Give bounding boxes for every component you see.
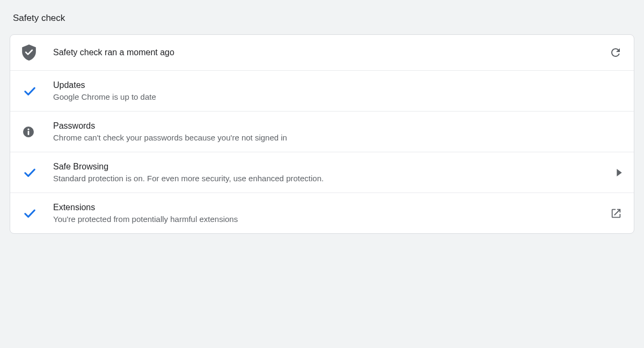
safe-browsing-title: Safe Browsing	[53, 162, 601, 172]
updates-row: Updates Google Chrome is up to date	[10, 71, 634, 112]
extensions-title: Extensions	[53, 203, 601, 212]
open-in-new-icon	[610, 208, 622, 219]
safety-check-card: Safety check ran a moment ago Updates Go…	[10, 34, 634, 234]
updates-title: Updates	[53, 80, 601, 90]
safety-check-header-row: Safety check ran a moment ago	[10, 35, 634, 71]
check-icon	[22, 206, 37, 221]
safe-browsing-subtitle: Standard protection is on. For even more…	[53, 174, 601, 183]
info-icon	[22, 125, 35, 138]
safe-browsing-row[interactable]: Safe Browsing Standard protection is on.…	[10, 152, 634, 193]
refresh-icon[interactable]	[609, 46, 622, 59]
svg-point-1	[27, 128, 29, 130]
check-icon	[22, 165, 37, 180]
chevron-right-icon	[617, 169, 622, 176]
passwords-row: Passwords Chrome can't check your passwo…	[10, 112, 634, 152]
section-title: Safety check	[0, 0, 644, 34]
updates-subtitle: Google Chrome is up to date	[53, 92, 601, 101]
passwords-title: Passwords	[53, 121, 601, 131]
shield-check-icon	[22, 45, 36, 61]
check-icon	[22, 84, 37, 99]
svg-rect-2	[28, 131, 30, 135]
safety-check-status: Safety check ran a moment ago	[53, 48, 601, 57]
extensions-subtitle: You're protected from potentially harmfu…	[53, 214, 601, 224]
passwords-subtitle: Chrome can't check your passwords becaus…	[53, 133, 601, 142]
extensions-row[interactable]: Extensions You're protected from potenti…	[10, 193, 634, 233]
